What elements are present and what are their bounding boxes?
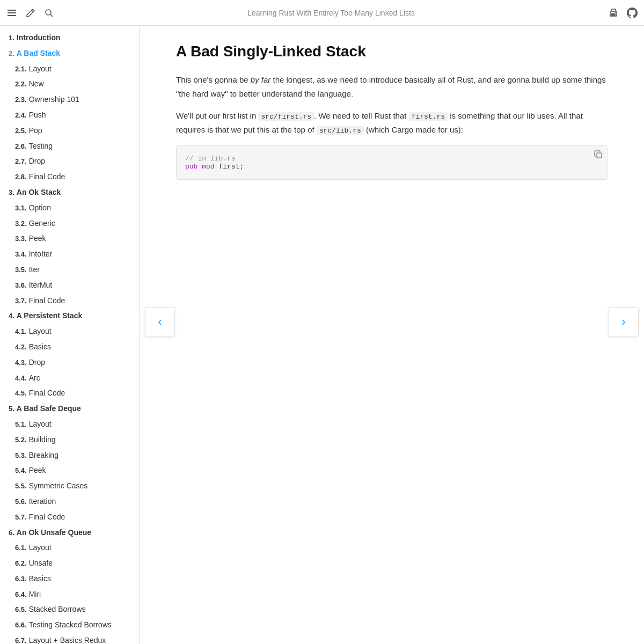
sidebar-item-label: Layout xyxy=(29,325,52,337)
sidebar-item-6.5-stacked[interactable]: 6.5.Stacked Borrows xyxy=(0,602,139,617)
sidebar-item-num: 5.6. xyxy=(15,496,27,508)
sidebar-item-num: 2.4. xyxy=(15,110,27,121)
sidebar-item-1-intro[interactable]: 1.Introduction xyxy=(0,30,139,46)
search-icon[interactable] xyxy=(44,8,54,18)
sidebar-item-label: New xyxy=(29,78,44,90)
sidebar-item-3-ok-stack[interactable]: 3.An Ok Stack xyxy=(0,185,139,200)
sidebar-item-3.5-iter[interactable]: 3.5.Iter xyxy=(0,262,139,277)
page-title: A Bad Singly-Linked Stack xyxy=(176,43,608,60)
sidebar-item-5.6-iteration[interactable]: 5.6.Iteration xyxy=(0,494,139,509)
sidebar-item-2.8-final[interactable]: 2.8.Final Code xyxy=(0,169,139,185)
sidebar-item-num: 3.4. xyxy=(15,249,27,260)
sidebar-item-label: Basics xyxy=(29,341,51,353)
sidebar-item-2.6-testing[interactable]: 2.6.Testing xyxy=(0,138,139,154)
sidebar-item-label: Final Code xyxy=(29,511,65,523)
sidebar-item-num: 4.3. xyxy=(15,357,27,369)
sidebar-item-num: 4.4. xyxy=(15,373,27,384)
sidebar-item-4.5-final[interactable]: 4.5.Final Code xyxy=(0,385,139,401)
sidebar-item-3.2-generic[interactable]: 3.2.Generic xyxy=(0,216,139,231)
sidebar-item-2.5-pop[interactable]: 2.5.Pop xyxy=(0,123,139,138)
code-ident: first xyxy=(218,163,239,171)
sidebar-item-4-persistent[interactable]: 4.A Persistent Stack xyxy=(0,308,139,324)
sidebar-item-6.4-miri[interactable]: 6.4.Miri xyxy=(0,587,139,602)
topbar-title: Learning Rust With Entirely Too Many Lin… xyxy=(54,9,609,17)
code-keyword: pub mod xyxy=(185,163,215,171)
topbar: Learning Rust With Entirely Too Many Lin… xyxy=(0,0,644,26)
sidebar-item-3.1-option[interactable]: 3.1.Option xyxy=(0,200,139,216)
sidebar-item-3.6-itermut[interactable]: 3.6.IterMut xyxy=(0,277,139,293)
sidebar-item-num: 2.8. xyxy=(15,172,27,183)
sidebar-item-label: Breaking xyxy=(29,449,58,461)
sidebar-item-5.2-building[interactable]: 5.2.Building xyxy=(0,432,139,448)
sidebar-item-6.7-layout-redux[interactable]: 6.7.Layout + Basics Redux xyxy=(0,633,139,644)
sidebar-item-3.3-peek[interactable]: 3.3.Peek xyxy=(0,231,139,246)
sidebar-item-num: 2.3. xyxy=(15,94,27,106)
sidebar-item-label: Unsafe xyxy=(29,557,53,569)
sidebar-item-label: Peek xyxy=(29,464,46,476)
sidebar-item-num: 5.7. xyxy=(15,512,27,523)
sidebar-item-label: Generic xyxy=(29,217,55,229)
github-icon[interactable] xyxy=(627,8,638,18)
sidebar-item-2.3-ownership[interactable]: 2.3.Ownership 101 xyxy=(0,92,139,107)
sidebar-item-label: Basics xyxy=(29,573,51,584)
sidebar-item-2.2-new[interactable]: 2.2.New xyxy=(0,76,139,92)
sidebar-item-2.7-drop[interactable]: 2.7.Drop xyxy=(0,153,139,169)
sidebar-item-label: IterMut xyxy=(29,279,53,291)
main-content: A Bad Singly-Linked Stack This one's gon… xyxy=(140,26,644,644)
sidebar-item-5.3-breaking[interactable]: 5.3.Breaking xyxy=(0,448,139,463)
sidebar-item-6.6-testing-stacked[interactable]: 6.6.Testing Stacked Borrows xyxy=(0,617,139,633)
sidebar-item-5.5-symmetric[interactable]: 5.5.Symmetric Cases xyxy=(0,478,139,494)
sidebar-item-4.1-layout[interactable]: 4.1.Layout xyxy=(0,324,139,339)
sidebar-item-label: Drop xyxy=(29,356,45,368)
sidebar-item-label: A Bad Safe Deque xyxy=(17,402,81,414)
svg-line-4 xyxy=(50,14,53,17)
sidebar-item-6.2-unsafe[interactable]: 6.2.Unsafe xyxy=(0,555,139,571)
sidebar-item-label: Ownership 101 xyxy=(29,93,79,105)
sidebar-item-2.1-layout[interactable]: 2.1.Layout xyxy=(0,61,139,77)
sidebar-item-num: 2.7. xyxy=(15,156,27,167)
sidebar-item-num: 6.4. xyxy=(15,589,27,601)
sidebar-item-num: 3.5. xyxy=(15,265,27,276)
sidebar-item-6-unsafe-queue[interactable]: 6.An Ok Unsafe Queue xyxy=(0,525,139,540)
sidebar-item-4.3-drop[interactable]: 4.3.Drop xyxy=(0,355,139,370)
sidebar-item-2-bad-stack[interactable]: 2.A Bad Stack xyxy=(0,46,139,61)
nav-next-button[interactable]: › xyxy=(609,307,639,337)
sidebar-item-num: 6.1. xyxy=(15,543,27,554)
sidebar-item-5.1-layout[interactable]: 5.1.Layout xyxy=(0,416,139,432)
sidebar-item-label: Layout + Basics Redux xyxy=(29,634,106,644)
sidebar-item-label: An Ok Stack xyxy=(17,186,61,198)
sidebar-item-3.7-final[interactable]: 3.7.Final Code xyxy=(0,293,139,309)
para2-end: (which Cargo made for us): xyxy=(364,125,463,134)
sidebar-item-num: 3.2. xyxy=(15,218,27,230)
paragraph-1: This one's gonna be by far the longest, … xyxy=(176,73,608,100)
content-area: A Bad Singly-Linked Stack This one's gon… xyxy=(150,26,633,644)
sidebar-item-4.2-basics[interactable]: 4.2.Basics xyxy=(0,339,139,355)
sidebar-item-4.4-arc[interactable]: 4.4.Arc xyxy=(0,370,139,386)
edit-icon[interactable] xyxy=(26,8,35,18)
sidebar-item-num: 3.1. xyxy=(15,203,27,214)
sidebar-item-5.7-final[interactable]: 5.7.Final Code xyxy=(0,509,139,525)
sidebar-item-3.4-intoiter[interactable]: 3.4.IntoIter xyxy=(0,246,139,262)
sidebar-item-num: 6.2. xyxy=(15,558,27,569)
sidebar-item-num: 3.6. xyxy=(15,280,27,291)
sidebar-item-num: 4. xyxy=(9,311,14,322)
copy-button[interactable] xyxy=(594,150,603,161)
sidebar-item-num: 2.1. xyxy=(15,64,27,75)
print-icon[interactable] xyxy=(609,8,618,18)
sidebar-item-num: 4.2. xyxy=(15,342,27,353)
sidebar-item-2.4-push[interactable]: 2.4.Push xyxy=(0,107,139,123)
menu-icon[interactable] xyxy=(6,8,17,18)
sidebar-item-label: Final Code xyxy=(29,295,65,306)
sidebar-item-num: 6. xyxy=(9,528,14,539)
sidebar-item-num: 3. xyxy=(9,187,14,199)
sidebar-item-6.3-basics[interactable]: 6.3.Basics xyxy=(0,571,139,587)
sidebar-item-label: Final Code xyxy=(29,387,65,399)
code-line-2: pub mod first; xyxy=(185,163,598,171)
sidebar-item-5-bad-safe[interactable]: 5.A Bad Safe Deque xyxy=(0,401,139,416)
sidebar-item-label: A Persistent Stack xyxy=(17,310,82,321)
sidebar-item-6.1-layout[interactable]: 6.1.Layout xyxy=(0,540,139,555)
nav-prev-button[interactable]: ‹ xyxy=(145,307,175,337)
sidebar-item-label: An Ok Unsafe Queue xyxy=(17,526,91,538)
sidebar-item-label: Iter xyxy=(29,264,40,275)
sidebar-item-5.4-peek[interactable]: 5.4.Peek xyxy=(0,463,139,478)
